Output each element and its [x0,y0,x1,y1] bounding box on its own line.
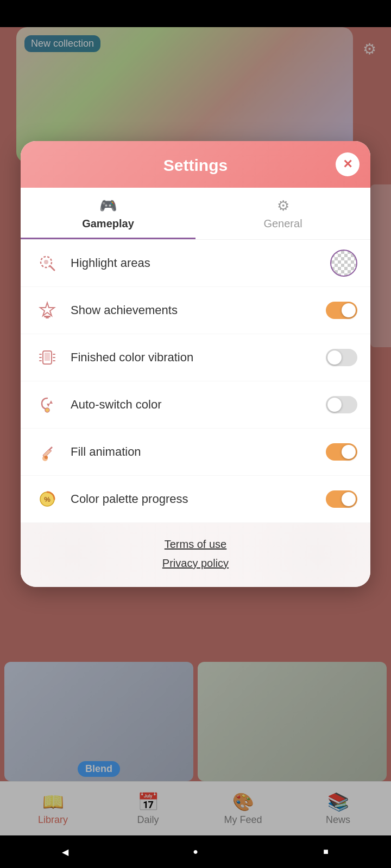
auto-switch-toggle[interactable] [326,396,357,413]
back-button[interactable]: ◀ [55,842,75,861]
terms-of-use-link[interactable]: Terms of use [165,538,226,551]
highlight-areas-control[interactable] [330,250,357,277]
setting-show-achievements: Show achievements [21,287,370,334]
show-achievements-toggle[interactable] [326,302,357,319]
setting-highlight-areas: Highlight areas [21,240,370,287]
color-vibration-toggle[interactable] [326,349,357,366]
color-vibration-icon [34,344,61,371]
privacy-policy-link[interactable]: Privacy policy [162,557,229,570]
settings-modal: Settings ✕ 🎮 Gameplay ⚙ General Highl [21,141,370,587]
auto-switch-label: Auto-switch color [71,398,316,412]
palette-progress-label: Color palette progress [71,492,316,506]
fill-animation-label: Fill animation [71,445,316,459]
tab-gameplay[interactable]: 🎮 Gameplay [21,188,195,239]
svg-point-13 [45,408,49,412]
highlight-areas-label: Highlight areas [71,256,320,270]
setting-auto-switch: Auto-switch color [21,381,370,429]
gameplay-tab-label: Gameplay [82,218,134,230]
tabs-container: 🎮 Gameplay ⚙ General [21,188,370,240]
modal-header: Settings ✕ [21,141,370,188]
modal-title: Settings [163,156,228,175]
general-tab-label: General [263,218,302,230]
setting-fill-animation: Fill animation [21,429,370,476]
recent-button[interactable]: ■ [316,842,336,861]
close-button[interactable]: ✕ [336,152,360,176]
show-achievements-icon [34,297,61,324]
home-button[interactable]: ● [186,842,205,861]
fill-animation-toggle[interactable] [326,443,357,461]
setting-color-vibration: Finished color vibration [21,334,370,381]
tab-general[interactable]: ⚙ General [195,188,370,239]
fill-animation-icon [34,438,61,465]
show-achievements-label: Show achievements [71,303,316,317]
gameplay-tab-icon: 🎮 [99,197,117,214]
svg-point-1 [44,260,48,264]
status-bar [0,0,391,27]
svg-rect-6 [45,353,50,361]
palette-progress-toggle[interactable] [326,490,357,508]
palette-progress-icon: % [34,486,61,513]
settings-list: Highlight areas Show achievements [21,240,370,523]
general-tab-icon: ⚙ [277,197,289,214]
modal-footer: Terms of use Privacy policy [21,523,370,587]
svg-rect-4 [46,317,49,318]
svg-point-15 [45,456,48,459]
setting-palette-progress: % Color palette progress [21,476,370,523]
auto-switch-icon [34,391,61,418]
svg-text:%: % [44,495,51,503]
svg-rect-3 [44,316,51,317]
highlight-areas-icon [34,250,61,277]
android-navbar: ◀ ● ■ [0,835,391,868]
color-vibration-label: Finished color vibration [71,350,316,365]
svg-line-2 [50,266,54,270]
